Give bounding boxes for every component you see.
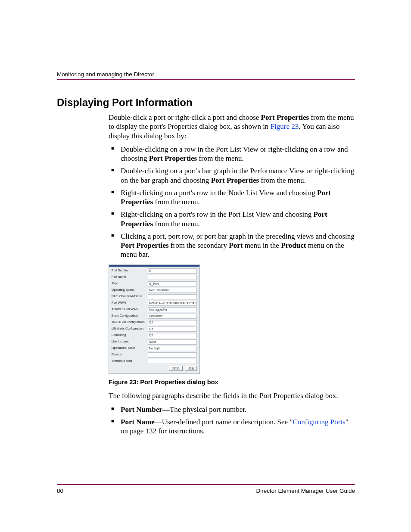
running-header: Monitoring and managing the Director	[57, 71, 355, 78]
text: from the menu.	[197, 154, 244, 162]
dialog-field-value	[148, 359, 197, 364]
term-port-properties: Port Properties	[261, 113, 309, 121]
methods-list: Double-clicking on a row in the Port Lis…	[109, 145, 355, 259]
figure-caption: Figure 23: Port Properties dialog box	[109, 378, 355, 386]
dialog-field-value: G_Port	[148, 281, 197, 286]
dialog-row: Attached Port WWNNot logged in	[112, 307, 197, 312]
dialog-field-label: Beaconing	[112, 333, 148, 337]
dialog-field-value: Off	[148, 333, 197, 338]
dialog-field-label: Link Incident	[112, 340, 148, 344]
dialog-row: Link IncidentNone	[112, 339, 197, 345]
dialog-field-value: Off	[148, 320, 197, 325]
dialog-field-label: 10-100 km Configuration	[112, 320, 148, 324]
after-figure-paragraph: The following paragraphs describe the fi…	[109, 391, 355, 400]
dialog-row: BeaconingOff	[112, 333, 197, 338]
dialog-row: Operational StateNo Light	[112, 346, 197, 351]
dialog-field-label: Attached Port WWN	[112, 308, 148, 311]
term: Port	[229, 241, 243, 249]
dialog-row: Operating SpeedNot Established	[112, 288, 197, 293]
body-column: Double-click a port or right-click a por…	[109, 113, 355, 436]
doc-title: Director Element Manager User Guide	[256, 488, 355, 494]
dialog-field-label: Type	[112, 282, 148, 286]
port-properties-dialog: Port Number5Port NameTypeG_PortOperating…	[109, 264, 200, 374]
text: —User-defined port name or description. …	[155, 418, 293, 426]
dialog-field-value: 5	[148, 268, 197, 274]
dialog-row: Port WWNMcDATA-20:09:08:00:88:A0:B2:6D	[112, 301, 197, 306]
list-item: Port Name—User-defined port name or desc…	[109, 417, 355, 436]
text: from the secondary	[169, 241, 229, 249]
list-item: Double-clicking on a row in the Port Lis…	[109, 145, 355, 163]
dialog-row: Port Number5	[112, 268, 197, 274]
dialog-buttons: Close Help	[112, 366, 197, 371]
field-name: Port Number	[121, 405, 162, 414]
text: from the menu.	[153, 198, 200, 206]
list-item: Double-clicking on a port's bar graph in…	[109, 166, 355, 185]
dialog-field-value: Not logged in	[148, 307, 197, 312]
text: Right-clicking on a port's row in the Po…	[121, 210, 313, 218]
term: Port Properties	[149, 154, 197, 162]
list-item: Right-clicking on a port's row in the Po…	[109, 210, 355, 228]
dialog-field-label: Block Configuration	[112, 314, 148, 318]
configuring-ports-link[interactable]: Configuring Ports	[293, 418, 345, 426]
header-rule	[57, 79, 355, 80]
section-heading: Displaying Port Information	[57, 96, 355, 109]
dialog-row: 10-100 km ConfigurationOff	[112, 320, 197, 325]
dialog-row: Threshold Alert	[112, 359, 197, 364]
term: Port Properties	[121, 241, 169, 249]
dialog-field-value: Not Established	[148, 288, 197, 293]
dialog-row: Block ConfigurationUnblocked	[112, 314, 197, 319]
page-number: 80	[57, 488, 63, 494]
term: Port Properties	[211, 176, 259, 184]
dialog-field-value: On	[148, 327, 197, 332]
dialog-field-value: McDATA-20:09:08:00:88:A0:B2:6D	[148, 301, 197, 306]
text: Right-clicking on a port's row in the No…	[121, 189, 317, 197]
dialog-field-label: Operational State	[112, 346, 148, 350]
dialog-row: TypeG_Port	[112, 281, 197, 286]
dialog-field-label: Port WWN	[112, 301, 148, 305]
dialog-titlebar	[109, 265, 199, 267]
text: Double-click a port or right-click a por…	[109, 113, 261, 121]
intro-paragraph: Double-click a port or right-click a por…	[109, 113, 355, 140]
list-item: Clicking a port, port row, or port bar g…	[109, 232, 355, 259]
fields-list: Port Number—The physical port number. Po…	[109, 405, 355, 436]
field-name: Port Name	[121, 418, 155, 426]
dialog-field-value	[148, 275, 197, 280]
text: from the menu.	[153, 220, 200, 228]
dialog-field-label: Port Name	[112, 275, 148, 279]
dialog-field-label: LIN Alerts Configuration	[112, 327, 148, 331]
term: Product	[281, 241, 306, 249]
dialog-field-label: Operating Speed	[112, 288, 148, 292]
dialog-field-value	[148, 294, 197, 299]
list-item: Right-clicking on a port's row in the No…	[109, 188, 355, 207]
text: menu in the	[243, 241, 281, 249]
help-button[interactable]: Help	[185, 366, 197, 371]
dialog-field-value: None	[148, 339, 197, 345]
dialog-row: Port Name	[112, 275, 197, 280]
figure-23: Port Number5Port NameTypeG_PortOperating…	[109, 264, 355, 374]
dialog-field-label: Threshold Alert	[112, 359, 148, 363]
page-footer: 80 Director Element Manager User Guide	[57, 484, 355, 494]
dialog-field-value	[148, 352, 197, 358]
figure-23-link[interactable]: Figure 23	[271, 122, 299, 131]
footer-rule	[57, 484, 355, 485]
dialog-field-label: Fibre Channel Address	[112, 295, 148, 299]
list-item: Port Number—The physical port number.	[109, 405, 355, 414]
text: —The physical port number.	[162, 405, 246, 414]
close-button[interactable]: Close	[169, 366, 183, 371]
text: Clicking a port, port row, or port bar g…	[121, 232, 355, 240]
dialog-fields: Port Number5Port NameTypeG_PortOperating…	[112, 268, 197, 364]
dialog-field-value: Unblocked	[148, 314, 197, 319]
dialog-field-value: No Light	[148, 346, 197, 351]
dialog-field-label: Port Number	[112, 269, 148, 273]
text: from the menu.	[259, 176, 306, 184]
dialog-row: Fibre Channel Address	[112, 294, 197, 299]
dialog-field-label: Reason	[112, 353, 148, 357]
dialog-row: Reason	[112, 352, 197, 358]
page: Monitoring and managing the Director Dis…	[0, 0, 411, 532]
dialog-row: LIN Alerts ConfigurationOn	[112, 327, 197, 332]
